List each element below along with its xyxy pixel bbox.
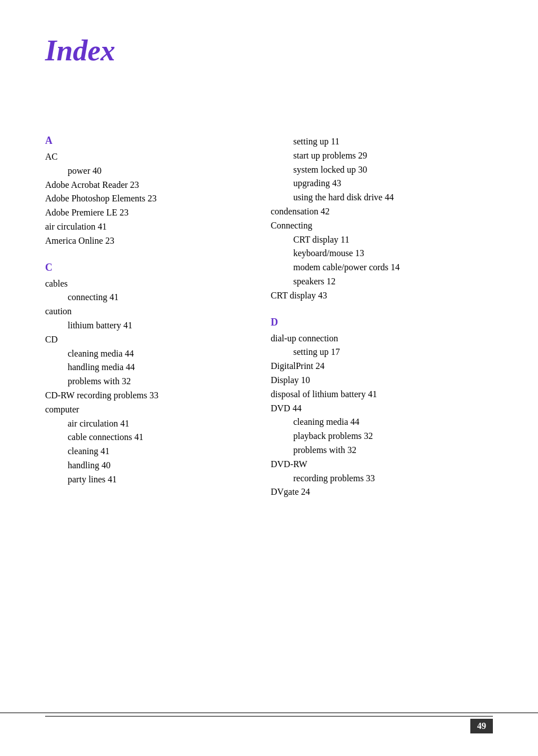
list-item: Adobe Acrobat Reader 23 (45, 178, 248, 192)
list-item: DVgate 24 (271, 485, 493, 499)
list-item: condensation 42 (271, 205, 493, 219)
list-item: Connecting (271, 219, 493, 233)
list-item: problems with 32 (45, 375, 248, 389)
list-item: upgrading 43 (271, 177, 493, 191)
list-item: Adobe Photoshop Elements 23 (45, 192, 248, 206)
list-item: party lines 41 (45, 473, 248, 487)
list-item: modem cable/power cords 14 (271, 261, 493, 275)
list-item: CRT display 43 (271, 289, 493, 303)
left-column: A AC power 40 Adobe Acrobat Reader 23 Ad… (45, 135, 248, 487)
list-item: system locked up 30 (271, 163, 493, 177)
list-item: air circulation 41 (45, 220, 248, 234)
list-item: CD (45, 333, 248, 347)
list-item: AC (45, 150, 248, 164)
list-item: cleaning 41 (45, 445, 248, 459)
section-letter-d: D (271, 317, 493, 328)
index-columns: A AC power 40 Adobe Acrobat Reader 23 Ad… (45, 135, 493, 499)
list-item: setting up 17 (271, 345, 493, 359)
list-item: disposal of lithium battery 41 (271, 388, 493, 402)
section-letter-a: A (45, 135, 248, 147)
list-item: recording problems 33 (271, 472, 493, 486)
list-item: dial-up connection (271, 332, 493, 346)
list-item: air circulation 41 (45, 417, 248, 431)
list-item: DVD 44 (271, 402, 493, 416)
list-item: cleaning media 44 (45, 347, 248, 361)
list-item: CRT display 11 (271, 233, 493, 247)
page-number: 49 (470, 719, 493, 733)
list-item: America Online 23 (45, 234, 248, 248)
page: Index A AC power 40 Adobe Acrobat Reader… (0, 0, 538, 756)
list-item: DVD-RW (271, 458, 493, 472)
list-item: cables (45, 277, 248, 291)
list-item: CD-RW recording problems 33 (45, 389, 248, 403)
page-footer: 49 (0, 713, 538, 733)
list-item: using the hard disk drive 44 (271, 191, 493, 205)
list-item: caution (45, 305, 248, 319)
right-column: setting up 11 start up problems 29 syste… (271, 135, 493, 499)
list-item: lithium battery 41 (45, 319, 248, 333)
list-item: power 40 (45, 164, 248, 178)
list-item: computer (45, 403, 248, 417)
list-item: playback problems 32 (271, 429, 493, 443)
list-item: problems with 32 (271, 443, 493, 458)
list-item: cleaning media 44 (271, 415, 493, 429)
list-item: handling 40 (45, 459, 248, 473)
list-item: Display 10 (271, 373, 493, 388)
page-title: Index (45, 34, 493, 67)
list-item: speakers 12 (271, 275, 493, 289)
list-item: cable connections 41 (45, 430, 248, 445)
list-item: start up problems 29 (271, 149, 493, 163)
list-item: handling media 44 (45, 361, 248, 375)
section-letter-c: C (45, 262, 248, 274)
list-item: Adobe Premiere LE 23 (45, 206, 248, 220)
list-item: setting up 11 (271, 135, 493, 149)
list-item: connecting 41 (45, 291, 248, 305)
list-item: DigitalPrint 24 (271, 359, 493, 373)
list-item: keyboard/mouse 13 (271, 247, 493, 261)
